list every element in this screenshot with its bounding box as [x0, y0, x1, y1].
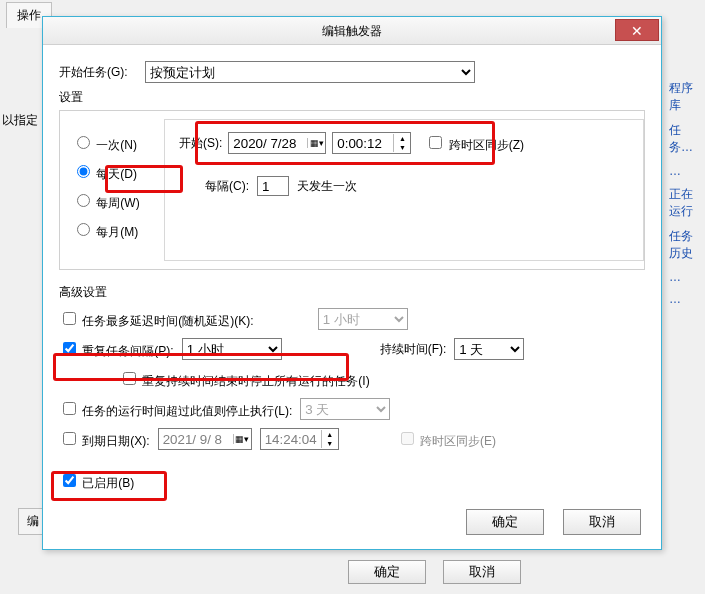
start-time-input[interactable] [333, 134, 393, 152]
calendar-icon: ▦▾ [233, 434, 251, 444]
sync-tz-checkbox[interactable]: 跨时区同步(Z) [425, 133, 524, 154]
expire-date-input [159, 430, 233, 448]
bg-ok-button[interactable]: 确定 [348, 560, 426, 584]
close-button[interactable]: ✕ [615, 19, 659, 41]
bg-side1: 程序库 [669, 80, 701, 114]
bg-side2: 任务… [669, 122, 701, 156]
delay-checkbox[interactable]: 任务最多延迟时间(随机延迟)(K): [59, 309, 254, 330]
begin-task-label: 开始任务(G): [59, 64, 145, 81]
bg-side6: … [669, 270, 701, 284]
bg-side5: 任务历史 [669, 228, 701, 262]
expire-date-picker: ▦▾ [158, 428, 252, 450]
cancel-button[interactable]: 取消 [563, 509, 641, 535]
radio-monthly[interactable]: 每月(M) [72, 220, 140, 241]
ok-button[interactable]: 确定 [466, 509, 544, 535]
bg-side3: … [669, 164, 701, 178]
bg-hint-text: 以指定 [2, 112, 38, 129]
schedule-detail-group: 开始(S): ▦▾ ▲▼ 跨时区同步(Z) 每隔(C): 天发生一次 [164, 119, 644, 261]
dialog-titlebar: 编辑触发器 ✕ [43, 17, 661, 45]
expire-checkbox[interactable]: 到期日期(X): [59, 429, 150, 450]
advanced-settings-label: 高级设置 [59, 284, 645, 301]
timeout-checkbox[interactable]: 任务的运行时间超过此值则停止执行(L): [59, 399, 292, 420]
radio-once[interactable]: 一次(N) [72, 133, 140, 154]
radio-weekly[interactable]: 每周(W) [72, 191, 140, 212]
start-time-picker[interactable]: ▲▼ [332, 132, 411, 154]
every-label: 每隔(C): [205, 178, 249, 195]
bg-side7: … [669, 292, 701, 306]
settings-label: 设置 [59, 89, 645, 106]
radio-daily[interactable]: 每天(D) [72, 162, 140, 183]
every-suffix: 天发生一次 [297, 178, 357, 195]
bg-bottom-buttons: 确定 取消 [348, 560, 535, 584]
enabled-checkbox[interactable]: 已启用(B) [59, 471, 134, 492]
duration-select[interactable]: 1 天 [454, 338, 524, 360]
start-date-picker[interactable]: ▦▾ [228, 132, 326, 154]
bg-side4: 正在运行 [669, 186, 701, 220]
repeat-interval-select[interactable]: 1 小时 [182, 338, 282, 360]
begin-task-select[interactable]: 按预定计划 [145, 61, 475, 83]
timeout-select: 3 天 [300, 398, 390, 420]
time-spinner: ▲▼ [321, 430, 338, 448]
edit-trigger-dialog: 编辑触发器 ✕ 开始任务(G): 按预定计划 设置 一次(N) 每天(D) 每周… [42, 16, 662, 550]
expire-sync-checkbox: 跨时区同步(E) [397, 429, 496, 450]
every-input[interactable] [257, 176, 289, 196]
settings-group: 一次(N) 每天(D) 每周(W) 每月(M) 开始(S): ▦▾ ▲▼ [59, 110, 645, 270]
duration-label: 持续时间(F): [380, 341, 447, 358]
start-date-input[interactable] [229, 134, 307, 152]
close-icon: ✕ [631, 23, 643, 39]
calendar-icon[interactable]: ▦▾ [307, 138, 325, 148]
bg-cancel-button[interactable]: 取消 [443, 560, 521, 584]
stop-all-checkbox[interactable]: 重复持续时间结束时停止所有运行的任务(I) [119, 369, 370, 390]
repeat-interval-checkbox[interactable]: 重复任务间隔(P): [59, 339, 174, 360]
expire-time-input [261, 430, 321, 448]
start-label: 开始(S): [179, 135, 222, 152]
bg-right-panel: 程序库 任务… … 正在运行 任务历史 … … [665, 72, 705, 314]
delay-select: 1 小时 [318, 308, 408, 330]
time-spinner[interactable]: ▲▼ [393, 134, 410, 152]
expire-time-picker: ▲▼ [260, 428, 339, 450]
dialog-title: 编辑触发器 [322, 24, 382, 38]
